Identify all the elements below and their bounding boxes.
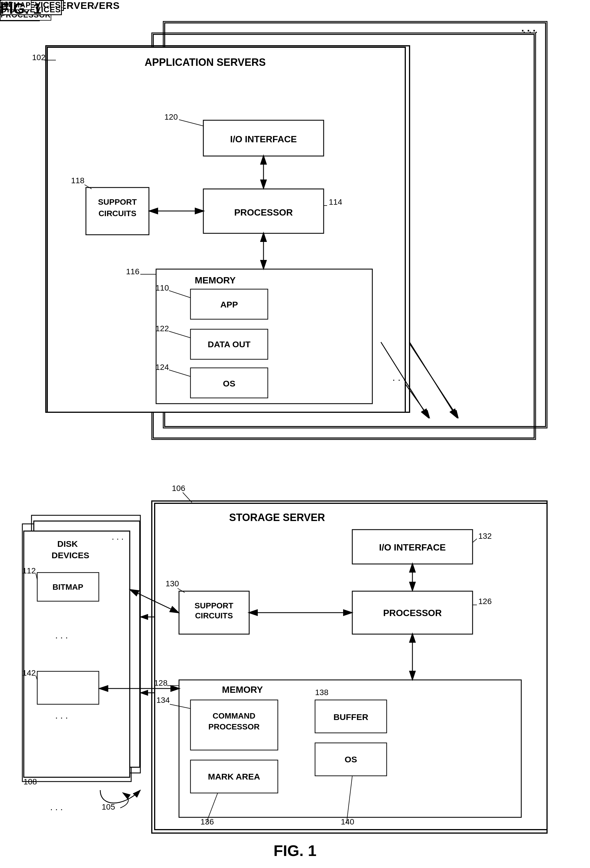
svg-text:. . .: . . . (115, 527, 127, 537)
svg-rect-7 (46, 46, 410, 412)
diagram-arrows: . . . . . . . . . . . . (0, 0, 590, 868)
svg-rect-9 (22, 524, 131, 782)
svg-rect-4 (163, 21, 547, 428)
diagram: . . . . . . . . . . . . (0, 0, 590, 868)
svg-rect-8 (152, 501, 547, 833)
svg-rect-10 (31, 515, 140, 773)
svg-text:. . .: . . . (521, 22, 535, 34)
figure-label: FIG. 1 (0, 0, 41, 17)
svg-text:. . .: . . . (50, 802, 63, 812)
svg-text:. . .: . . . (391, 370, 404, 380)
svg-line-16 (372, 338, 430, 418)
svg-rect-5 (152, 33, 535, 440)
svg-line-17 (410, 344, 458, 418)
